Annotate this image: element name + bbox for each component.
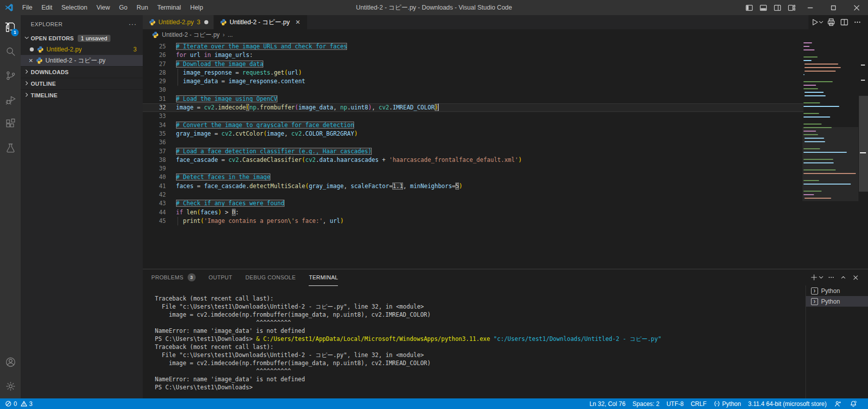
python-file-icon: [37, 46, 44, 53]
code-line[interactable]: 35gray_image = cv2.cvtColor(image, cv2.C…: [143, 130, 803, 138]
terminal-dropdown-chevron-icon[interactable]: [818, 272, 825, 283]
code-line[interactable]: 30: [143, 86, 803, 94]
code-line[interactable]: 45 print('Image contains a person\'s fac…: [143, 217, 803, 225]
code-line[interactable]: 38face_cascade = cv2.CascadeClassifier(c…: [143, 156, 803, 164]
breadcrumb-ellipsis[interactable]: ...: [228, 31, 233, 38]
code-line[interactable]: 41faces = face_cascade.detectMultiScale(…: [143, 182, 803, 191]
toggle-panel-icon[interactable]: [756, 0, 770, 15]
terminal-line: File "c:\Users\test1\Downloads\Untitled-…: [155, 351, 797, 359]
toggle-sidebar-icon[interactable]: [742, 0, 756, 15]
open-editor-item-untitled2[interactable]: Untitled-2.py 3: [21, 44, 143, 55]
menu-view[interactable]: View: [92, 0, 114, 15]
terminal-output[interactable]: Traceback (most recent call last): File …: [155, 295, 797, 398]
section-timeline[interactable]: TIMELINE: [21, 89, 143, 101]
code-line[interactable]: 39: [143, 164, 803, 173]
line-number: 34: [143, 121, 166, 130]
code-line[interactable]: 42: [143, 191, 803, 199]
open-editor-item-untitled2-copy[interactable]: ✕ Untitled-2 - コピー.py: [21, 55, 143, 66]
menu-terminal[interactable]: Terminal: [153, 0, 186, 15]
close-panel-icon[interactable]: [850, 272, 861, 283]
code-editor[interactable]: 25# Iterate over the image URLs and chec…: [143, 40, 868, 284]
minimap[interactable]: [803, 42, 857, 254]
code-line[interactable]: 27# Download the image data: [143, 60, 803, 69]
menu-selection[interactable]: Selection: [57, 0, 92, 15]
close-editor-icon[interactable]: ✕: [27, 57, 35, 64]
dirty-indicator-icon[interactable]: [30, 47, 34, 51]
notifications-bell-icon[interactable]: [846, 398, 864, 409]
language-mode[interactable]: Python: [710, 398, 744, 409]
maximize-button[interactable]: [822, 0, 845, 15]
open-editors-header[interactable]: OPEN EDITORS 1 unsaved: [21, 33, 143, 44]
cursor-position[interactable]: Ln 32, Col 76: [586, 398, 629, 409]
section-downloads[interactable]: DOWNLOADS: [21, 66, 143, 78]
source-control-icon[interactable]: [0, 64, 21, 88]
code-line[interactable]: 28 image_response = requests.get(url): [143, 69, 803, 77]
section-outline[interactable]: OUTLINE: [21, 78, 143, 89]
account-icon[interactable]: [0, 350, 21, 374]
code-line[interactable]: 36: [143, 138, 803, 147]
scrollbar-thumb[interactable]: [859, 96, 868, 192]
menu-go[interactable]: Go: [114, 0, 132, 15]
code-line[interactable]: 29 image_data = image_response.content: [143, 77, 803, 86]
terminal-line: Traceback (most recent call last):: [155, 343, 797, 351]
run-debug-icon[interactable]: [0, 88, 21, 112]
minimize-button[interactable]: [798, 0, 822, 15]
eol-sequence[interactable]: CRLF: [687, 398, 710, 409]
run-dropdown-chevron-icon[interactable]: [818, 15, 825, 29]
customize-layout-icon[interactable]: [784, 0, 798, 15]
indentation[interactable]: Spaces: 2: [629, 398, 663, 409]
code-line[interactable]: 33: [143, 112, 803, 121]
tab-terminal[interactable]: TERMINAL: [309, 269, 338, 286]
terminal-label: Python: [821, 287, 840, 295]
maximize-panel-icon[interactable]: [838, 272, 849, 283]
menu-file[interactable]: File: [18, 0, 37, 15]
menu-edit[interactable]: Edit: [37, 0, 57, 15]
tab-output[interactable]: OUTPUT: [209, 269, 233, 286]
tab-untitled2-copy[interactable]: Untitled-2 - コピー.py ✕: [214, 15, 307, 29]
minimap-slider[interactable]: [802, 127, 858, 201]
feedback-icon[interactable]: [830, 398, 846, 409]
code-line[interactable]: 32image = cv2.imdecode(np.frombuffer(ima…: [143, 103, 803, 112]
code-line[interactable]: 44if len(faces) > 0:: [143, 208, 803, 217]
settings-gear-icon[interactable]: [0, 374, 21, 398]
explorer-more-actions-icon[interactable]: ···: [129, 20, 137, 28]
print-icon[interactable]: [825, 15, 838, 29]
python-interpreter[interactable]: 3.11.4 64-bit (microsoft store): [744, 398, 830, 409]
code-line[interactable]: 25# Iterate over the image URLs and chec…: [143, 42, 803, 51]
tab-debug-console[interactable]: DEBUG CONSOLE: [246, 269, 296, 286]
error-icon: [5, 400, 12, 407]
close-button[interactable]: [845, 0, 868, 15]
breadcrumb-file[interactable]: Untitled-2 - コピー.py: [162, 31, 220, 39]
testing-icon[interactable]: [0, 136, 21, 160]
dirty-indicator-icon[interactable]: [204, 20, 208, 24]
terminal-instance-python-selected[interactable]: ❯ Python: [806, 296, 868, 307]
code-line[interactable]: 40# Detect faces in the image: [143, 173, 803, 182]
minimap-line: [804, 67, 840, 68]
problems-status[interactable]: 0 3: [0, 398, 36, 409]
explorer-icon[interactable]: 1: [0, 15, 21, 39]
close-tab-icon[interactable]: ✕: [294, 19, 302, 26]
code-line[interactable]: 43# Check if any faces were found: [143, 199, 803, 208]
code-line[interactable]: 37# Load a face detection classifier (e.…: [143, 147, 803, 156]
more-actions-icon[interactable]: [851, 15, 864, 29]
code-line[interactable]: 26for url in image_urls:: [143, 51, 803, 60]
panel-more-actions-icon[interactable]: [826, 272, 837, 283]
extensions-icon[interactable]: [0, 112, 21, 136]
code-line[interactable]: 34# Convert the image to grayscale for f…: [143, 121, 803, 130]
encoding[interactable]: UTF-8: [663, 398, 687, 409]
minimap-line: [803, 113, 819, 114]
toggle-secondary-sidebar-icon[interactable]: [770, 0, 784, 15]
search-icon[interactable]: [0, 39, 21, 64]
line-number: 31: [143, 95, 166, 103]
terminal-instance-python[interactable]: ❯ Python: [806, 285, 868, 296]
split-editor-icon[interactable]: [838, 15, 851, 29]
terminal-line: image = cv2.imdecode(np.frombuffer(image…: [155, 359, 797, 367]
code-line[interactable]: 31# Load the image using OpenCV: [143, 95, 803, 103]
menu-run[interactable]: Run: [132, 0, 153, 15]
tab-problems[interactable]: PROBLEMS 3: [151, 269, 196, 286]
menu-help[interactable]: Help: [186, 0, 208, 15]
tab-untitled2[interactable]: Untitled-2.py 3: [143, 15, 214, 29]
problems-count-badge: 3: [133, 46, 137, 53]
scrollbar[interactable]: [857, 40, 868, 284]
breadcrumb[interactable]: Untitled-2 - コピー.py › ...: [143, 29, 868, 40]
